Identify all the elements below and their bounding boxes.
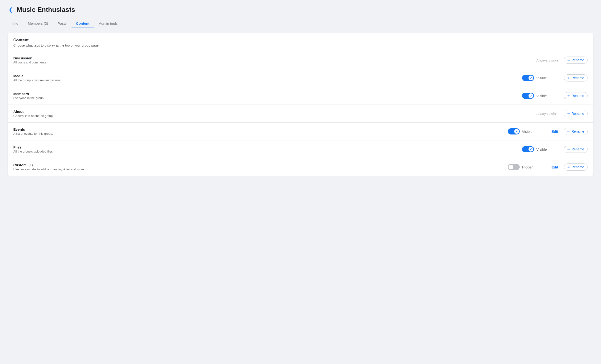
visibility-label-discussion: Always visible [536,58,560,62]
row-subtitle-discussion: All posts and comments [13,61,262,64]
row-badge-custom: (1) [28,163,33,167]
rename-button-about[interactable]: ✏Rename [564,110,588,117]
toggle-wrap-files: ✓Visible [522,146,560,152]
row-info-custom: Custom (1)Use custom tabs to add text, a… [13,163,260,171]
row-title-discussion: Discussion [13,56,262,60]
row-title-events: Events [13,127,260,131]
rename-label-custom: Rename [571,165,584,169]
rename-button-media[interactable]: ✏Rename [564,74,588,81]
card-subtitle: Choose what tabs to display at the top o… [13,43,588,47]
row-files: FilesAll the group's uploaded files✓Visi… [8,140,593,158]
visibility-label-media: Visible [536,76,560,80]
row-about: AboutGeneral info about the groupAlways … [8,105,593,123]
row-info-files: FilesAll the group's uploaded files [13,145,262,153]
row-controls-about: Always visible✏Rename [512,110,588,117]
row-discussion: DiscussionAll posts and commentsAlways v… [8,51,593,69]
row-subtitle-files: All the group's uploaded files [13,150,262,153]
row-title-about: About [13,109,262,114]
row-title-members: Members [13,92,262,96]
row-controls-members: ✓Visible✏Rename [512,92,588,99]
toggle-wrap-members: ✓Visible [522,93,560,99]
row-controls-custom: HiddenEdit✏Rename [508,163,588,171]
visibility-label-custom: Hidden [522,165,546,169]
rename-label-members: Rename [571,94,584,98]
content-card: Content Choose what tabs to display at t… [8,33,593,176]
pencil-icon-files: ✏ [568,148,570,151]
toggle-check-media: ✓ [530,77,532,79]
pencil-icon-events: ✏ [568,130,570,133]
toggle-wrap-media: ✓Visible [522,75,560,81]
pencil-icon-discussion: ✏ [568,59,570,62]
rename-label-media: Rename [571,76,584,80]
rename-button-custom[interactable]: ✏Rename [564,163,588,171]
tab-members[interactable]: Members (3) [23,19,53,28]
card-title: Content [13,38,588,42]
row-title-custom: Custom (1) [13,163,260,167]
row-info-members: MembersEveryone in the group [13,92,262,100]
edit-button-events[interactable]: Edit [550,128,560,135]
toggle-files[interactable]: ✓ [522,146,534,152]
edit-button-custom[interactable]: Edit [550,164,560,170]
tab-info[interactable]: Info [8,19,23,28]
row-title-media: Media [13,74,262,78]
row-subtitle-media: All the group's pictures and videos [13,79,262,82]
visibility-label-events: Visible [522,129,546,134]
row-subtitle-about: General info about the group [13,114,262,118]
rename-label-discussion: Rename [571,58,584,62]
rename-button-discussion[interactable]: ✏Rename [564,57,588,64]
row-custom: Custom (1)Use custom tabs to add text, a… [8,158,593,176]
toggle-members[interactable]: ✓ [522,93,534,99]
pencil-icon-about: ✏ [568,112,570,116]
rename-label-files: Rename [571,147,584,151]
row-subtitle-custom: Use custom tabs to add text, audio, vide… [13,167,260,171]
rename-label-about: Rename [571,112,584,116]
visibility-label-about: Always visible [536,112,560,116]
rename-button-events[interactable]: ✏Rename [564,128,588,135]
toggle-wrap-custom: Hidden [508,164,546,170]
row-info-discussion: DiscussionAll posts and comments [13,56,262,64]
tabs-row: InfoMembers (3)PostsContentAdmin tools [8,19,593,28]
rename-button-members[interactable]: ✏Rename [564,92,588,99]
content-rows: DiscussionAll posts and commentsAlways v… [8,51,593,176]
tab-posts[interactable]: Posts [53,19,71,28]
row-subtitle-events: A list of events for this group. [13,132,260,135]
tab-content[interactable]: Content [71,19,94,28]
pencil-icon-members: ✏ [568,94,570,98]
toggle-wrap-events: ✓Visible [508,128,546,135]
row-controls-events: ✓VisibleEdit✏Rename [508,128,588,135]
row-members: MembersEveryone in the group✓Visible✏Ren… [8,87,593,105]
back-icon: ❮ [9,7,13,13]
visibility-label-files: Visible [536,147,560,151]
row-controls-media: ✓Visible✏Rename [512,74,588,81]
back-button[interactable]: ❮ [8,6,14,14]
toggle-media[interactable]: ✓ [522,75,534,81]
rename-label-events: Rename [571,129,584,133]
row-info-events: EventsA list of events for this group. [13,127,260,135]
rename-button-files[interactable]: ✏Rename [564,146,588,153]
page-title: Music Enthusiasts [17,6,75,14]
tab-admin-tools[interactable]: Admin tools [94,19,122,28]
row-info-media: MediaAll the group's pictures and videos [13,74,262,82]
row-controls-discussion: Always visible✏Rename [512,57,588,64]
visibility-label-members: Visible [536,94,560,98]
row-info-about: AboutGeneral info about the group [13,109,262,118]
row-subtitle-members: Everyone in the group [13,96,262,100]
card-header: Content Choose what tabs to display at t… [8,33,593,51]
row-media: MediaAll the group's pictures and videos… [8,69,593,87]
row-title-files: Files [13,145,262,149]
toggle-check-events: ✓ [515,130,518,133]
toggle-custom[interactable] [508,164,520,170]
row-events: EventsA list of events for this group.✓V… [8,123,593,140]
toggle-check-files: ✓ [530,148,532,151]
toggle-check-members: ✓ [530,94,532,98]
toggle-events[interactable]: ✓ [508,128,520,135]
pencil-icon-custom: ✏ [568,165,570,169]
pencil-icon-media: ✏ [568,76,570,80]
row-controls-files: ✓Visible✏Rename [512,146,588,153]
